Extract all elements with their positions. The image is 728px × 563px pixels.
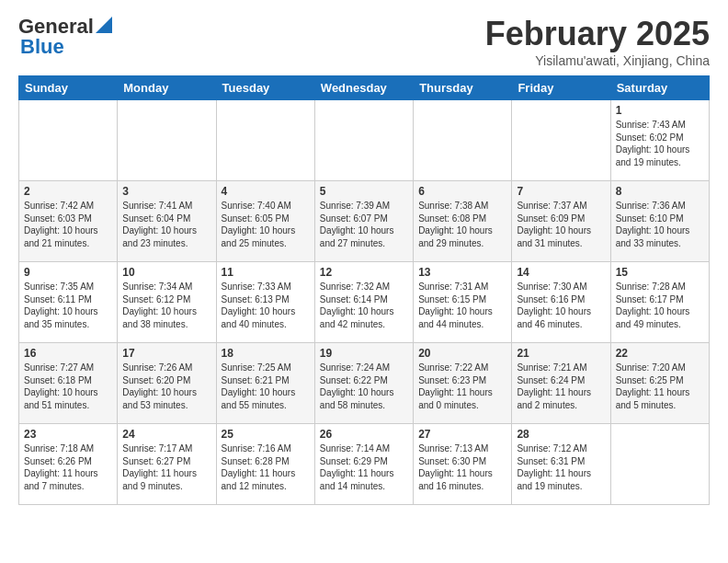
day-number: 23 [24,428,112,441]
day-number: 13 [418,266,506,279]
day-number: 19 [320,347,408,360]
weekday-header-friday: Friday [512,76,610,100]
day-number: 12 [320,266,408,279]
calendar-day-cell: 15Sunrise: 7:28 AM Sunset: 6:17 PM Dayli… [610,262,709,343]
calendar-day-cell: 16Sunrise: 7:27 AM Sunset: 6:18 PM Dayli… [19,343,118,424]
day-number: 6 [418,185,506,198]
calendar-day-cell [216,100,314,181]
calendar-day-cell: 3Sunrise: 7:41 AM Sunset: 6:04 PM Daylig… [118,181,216,262]
day-number: 4 [222,185,310,198]
day-info: Sunrise: 7:30 AM Sunset: 6:16 PM Dayligh… [517,281,605,330]
calendar-day-cell: 18Sunrise: 7:25 AM Sunset: 6:21 PM Dayli… [216,343,314,424]
day-number: 16 [24,347,112,360]
weekday-header-row: SundayMondayTuesdayWednesdayThursdayFrid… [19,76,710,100]
calendar-week-row: 23Sunrise: 7:18 AM Sunset: 6:26 PM Dayli… [19,424,710,505]
day-number: 17 [122,347,210,360]
logo-blue-text: Blue [20,35,64,58]
calendar-week-row: 9Sunrise: 7:35 AM Sunset: 6:11 PM Daylig… [19,262,710,343]
calendar-day-cell: 20Sunrise: 7:22 AM Sunset: 6:23 PM Dayli… [414,343,512,424]
day-info: Sunrise: 7:34 AM Sunset: 6:12 PM Dayligh… [122,281,210,330]
day-info: Sunrise: 7:25 AM Sunset: 6:21 PM Dayligh… [222,362,310,411]
calendar-day-cell: 21Sunrise: 7:21 AM Sunset: 6:24 PM Dayli… [512,343,610,424]
weekday-header-tuesday: Tuesday [216,76,314,100]
svg-marker-0 [96,17,112,33]
calendar-day-cell: 23Sunrise: 7:18 AM Sunset: 6:26 PM Dayli… [19,424,118,505]
location-subtitle: Yisilamu'awati, Xinjiang, China [485,53,710,68]
calendar-day-cell: 13Sunrise: 7:31 AM Sunset: 6:15 PM Dayli… [414,262,512,343]
page-header: General Blue February 2025 Yisilamu'awat… [18,15,710,68]
day-info: Sunrise: 7:21 AM Sunset: 6:24 PM Dayligh… [517,362,605,411]
logo: General Blue [18,15,112,59]
day-number: 27 [418,428,506,441]
day-number: 24 [122,428,210,441]
day-info: Sunrise: 7:37 AM Sunset: 6:09 PM Dayligh… [517,200,605,249]
weekday-header-saturday: Saturday [610,76,709,100]
day-number: 20 [418,347,506,360]
day-info: Sunrise: 7:42 AM Sunset: 6:03 PM Dayligh… [24,200,112,249]
day-info: Sunrise: 7:39 AM Sunset: 6:07 PM Dayligh… [320,200,408,249]
calendar-day-cell: 10Sunrise: 7:34 AM Sunset: 6:12 PM Dayli… [118,262,216,343]
month-title: February 2025 [485,15,710,53]
day-info: Sunrise: 7:20 AM Sunset: 6:25 PM Dayligh… [616,362,704,411]
calendar-day-cell: 8Sunrise: 7:36 AM Sunset: 6:10 PM Daylig… [610,181,709,262]
day-number: 15 [616,266,704,279]
calendar-day-cell [512,100,610,181]
calendar-day-cell: 4Sunrise: 7:40 AM Sunset: 6:05 PM Daylig… [216,181,314,262]
day-number: 10 [122,266,210,279]
calendar-day-cell: 17Sunrise: 7:26 AM Sunset: 6:20 PM Dayli… [118,343,216,424]
day-info: Sunrise: 7:26 AM Sunset: 6:20 PM Dayligh… [122,362,210,411]
day-number: 14 [517,266,605,279]
calendar-day-cell: 2Sunrise: 7:42 AM Sunset: 6:03 PM Daylig… [19,181,118,262]
weekday-header-wednesday: Wednesday [314,76,413,100]
calendar-day-cell: 19Sunrise: 7:24 AM Sunset: 6:22 PM Dayli… [314,343,413,424]
calendar-day-cell [118,100,216,181]
calendar-day-cell [19,100,118,181]
day-info: Sunrise: 7:36 AM Sunset: 6:10 PM Dayligh… [616,200,704,249]
day-info: Sunrise: 7:24 AM Sunset: 6:22 PM Dayligh… [320,362,408,411]
calendar-day-cell: 25Sunrise: 7:16 AM Sunset: 6:28 PM Dayli… [216,424,314,505]
day-info: Sunrise: 7:13 AM Sunset: 6:30 PM Dayligh… [418,442,506,492]
calendar-day-cell: 7Sunrise: 7:37 AM Sunset: 6:09 PM Daylig… [512,181,610,262]
day-info: Sunrise: 7:35 AM Sunset: 6:11 PM Dayligh… [24,281,112,330]
weekday-header-monday: Monday [118,76,216,100]
day-number: 11 [222,266,310,279]
calendar-day-cell: 6Sunrise: 7:38 AM Sunset: 6:08 PM Daylig… [414,181,512,262]
day-info: Sunrise: 7:18 AM Sunset: 6:26 PM Dayligh… [24,442,112,492]
calendar-day-cell: 26Sunrise: 7:14 AM Sunset: 6:29 PM Dayli… [314,424,413,505]
day-info: Sunrise: 7:14 AM Sunset: 6:29 PM Dayligh… [320,442,408,492]
day-number: 22 [616,347,704,360]
calendar-day-cell: 9Sunrise: 7:35 AM Sunset: 6:11 PM Daylig… [19,262,118,343]
calendar-day-cell [414,100,512,181]
day-info: Sunrise: 7:27 AM Sunset: 6:18 PM Dayligh… [24,362,112,411]
calendar-day-cell: 14Sunrise: 7:30 AM Sunset: 6:16 PM Dayli… [512,262,610,343]
day-info: Sunrise: 7:32 AM Sunset: 6:14 PM Dayligh… [320,281,408,330]
calendar-day-cell: 24Sunrise: 7:17 AM Sunset: 6:27 PM Dayli… [118,424,216,505]
day-info: Sunrise: 7:33 AM Sunset: 6:13 PM Dayligh… [222,281,310,330]
calendar-day-cell: 11Sunrise: 7:33 AM Sunset: 6:13 PM Dayli… [216,262,314,343]
calendar-day-cell: 5Sunrise: 7:39 AM Sunset: 6:07 PM Daylig… [314,181,413,262]
day-info: Sunrise: 7:22 AM Sunset: 6:23 PM Dayligh… [418,362,506,411]
day-info: Sunrise: 7:17 AM Sunset: 6:27 PM Dayligh… [122,442,210,492]
calendar-table: SundayMondayTuesdayWednesdayThursdayFrid… [18,75,710,505]
day-info: Sunrise: 7:31 AM Sunset: 6:15 PM Dayligh… [418,281,506,330]
day-info: Sunrise: 7:16 AM Sunset: 6:28 PM Dayligh… [222,442,310,492]
calendar-day-cell: 22Sunrise: 7:20 AM Sunset: 6:25 PM Dayli… [610,343,709,424]
day-number: 1 [616,104,704,117]
day-info: Sunrise: 7:38 AM Sunset: 6:08 PM Dayligh… [418,200,506,249]
title-section: February 2025 Yisilamu'awati, Xinjiang, … [485,15,710,68]
weekday-header-thursday: Thursday [414,76,512,100]
day-number: 5 [320,185,408,198]
logo-triangle-icon [96,17,112,33]
day-number: 21 [517,347,605,360]
calendar-day-cell [314,100,413,181]
calendar-week-row: 1Sunrise: 7:43 AM Sunset: 6:02 PM Daylig… [19,100,710,181]
calendar-day-cell: 12Sunrise: 7:32 AM Sunset: 6:14 PM Dayli… [314,262,413,343]
day-number: 18 [222,347,310,360]
day-info: Sunrise: 7:41 AM Sunset: 6:04 PM Dayligh… [122,200,210,249]
calendar-week-row: 16Sunrise: 7:27 AM Sunset: 6:18 PM Dayli… [19,343,710,424]
calendar-day-cell [610,424,709,505]
calendar-day-cell: 28Sunrise: 7:12 AM Sunset: 6:31 PM Dayli… [512,424,610,505]
day-number: 28 [517,428,605,441]
day-number: 9 [24,266,112,279]
calendar-week-row: 2Sunrise: 7:42 AM Sunset: 6:03 PM Daylig… [19,181,710,262]
